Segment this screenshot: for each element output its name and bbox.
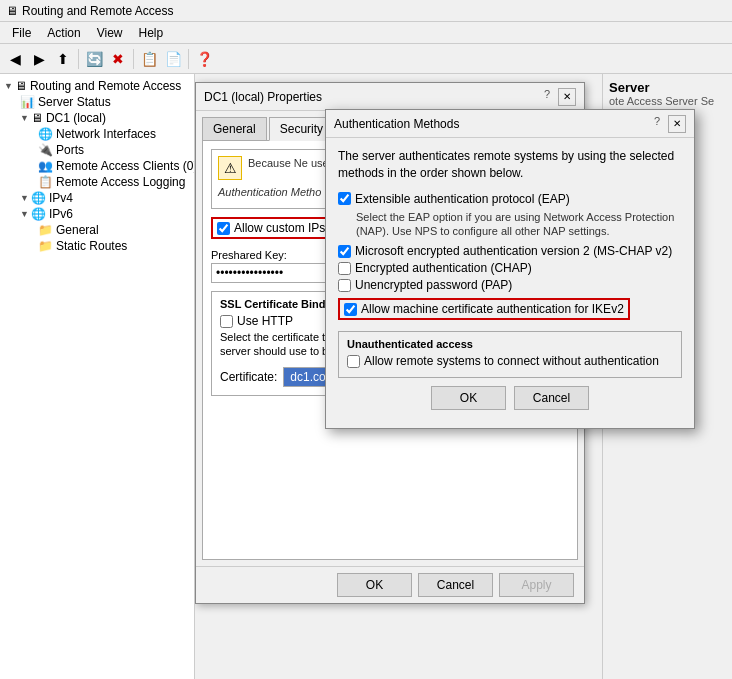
mschap-row: Microsoft encrypted authentication versi… [338,244,682,258]
server-subtitle: ote Access Server Se [609,95,726,107]
dc1-bottom-buttons: OK Cancel Apply [196,566,584,603]
eap-row: Extensible authentication protocol (EAP) [338,192,682,206]
tree-server-status[interactable]: 📊 Server Status [0,94,194,110]
auth-methods-dialog: Authentication Methods ? ✕ The server au… [325,109,695,429]
dc1-ok-btn[interactable]: OK [337,573,412,597]
main-layout: ▼ 🖥 Routing and Remote Access 📊 Server S… [0,74,732,679]
menu-action[interactable]: Action [39,24,88,42]
tree-root-label: Routing and Remote Access [30,79,181,93]
eap-sub-text: Select the EAP option if you are using N… [356,210,682,239]
tree-ipv4[interactable]: ▼ 🌐 IPv4 [0,190,194,206]
pap-label: Unencrypted password (PAP) [355,278,512,292]
eap-checkbox[interactable] [338,192,351,205]
tree-root[interactable]: ▼ 🖥 Routing and Remote Access [0,78,194,94]
tree-ra-clients[interactable]: 👥 Remote Access Clients (0) [0,158,194,174]
tree-ipv6-label: IPv6 [49,207,73,221]
auth-dialog-help-icon: ? [654,115,660,133]
title-bar: 🖥 Routing and Remote Access [0,0,732,22]
ipv6-icon: 🌐 [31,207,46,221]
menu-file[interactable]: File [4,24,39,42]
dc1-dialog-close[interactable]: ✕ [558,88,576,106]
ra-clients-label: Remote Access Clients (0) [56,159,195,173]
dc1-dialog-titlebar: DC1 (local) Properties ? ✕ [196,83,584,111]
server-title: Server [609,80,726,95]
dc1-label: DC1 (local) [46,111,106,125]
unauth-checkbox[interactable] [347,355,360,368]
unauth-label: Allow remote systems to connect without … [364,354,659,368]
eap-label: Extensible authentication protocol (EAP) [355,192,570,206]
auth-dialog-title: Authentication Methods [334,117,459,131]
ipv4-icon: 🌐 [31,191,46,205]
toolbar: ◀ ▶ ⬆ 🔄 ✖ 📋 📄 ❓ [0,44,732,74]
chap-label: Encrypted authentication (CHAP) [355,261,532,275]
auth-dialog-content: The server authenticates remote systems … [326,138,694,428]
toolbar-forward[interactable]: ▶ [28,48,50,70]
mschap-checkbox[interactable] [338,245,351,258]
chap-row: Encrypted authentication (CHAP) [338,261,682,275]
tree-ra-logging[interactable]: 📋 Remote Access Logging [0,174,194,190]
toolbar-new[interactable]: 📄 [162,48,184,70]
use-http-checkbox[interactable] [220,315,233,328]
net-if-label: Network Interfaces [56,127,156,141]
dc1-icon: 🖥 [31,111,43,125]
chap-checkbox[interactable] [338,262,351,275]
pap-checkbox[interactable] [338,279,351,292]
general-icon: 📁 [38,223,53,237]
auth-dialog-titlebar: Authentication Methods ? ✕ [326,110,694,138]
menu-view[interactable]: View [89,24,131,42]
cert-label: Certificate: [220,370,277,384]
ra-clients-icon: 👥 [38,159,53,173]
net-if-icon: 🌐 [38,127,53,141]
menu-bar: File Action View Help [0,22,732,44]
unauth-title: Unauthenticated access [347,338,673,350]
app-icon: 🖥 [6,4,18,18]
server-status-label: Server Status [38,95,111,109]
tree-root-icon: 🖥 [15,79,27,93]
unauthenticated-group: Unauthenticated access Allow remote syst… [338,331,682,378]
ports-label: Ports [56,143,84,157]
toolbar-properties[interactable]: 📋 [138,48,160,70]
ra-logging-icon: 📋 [38,175,53,189]
dc1-dialog-help: ? [544,88,550,106]
ports-icon: 🔌 [38,143,53,157]
toolbar-stop[interactable]: ✖ [107,48,129,70]
toolbar-refresh[interactable]: 🔄 [83,48,105,70]
ipv4-label: IPv4 [49,191,73,205]
ikev2-row: Allow machine certificate authentication… [338,298,630,320]
tree-static-routes[interactable]: 📁 Static Routes [0,238,194,254]
static-routes-icon: 📁 [38,239,53,253]
tree-panel[interactable]: ▼ 🖥 Routing and Remote Access 📊 Server S… [0,74,195,679]
ikev2-label: Allow machine certificate authentication… [361,302,624,316]
auth-ok-btn[interactable]: OK [431,386,506,410]
allow-custom-ipsec-checkbox[interactable] [217,222,230,235]
use-http-label: Use HTTP [237,314,293,328]
general-label: General [56,223,99,237]
app-title: Routing and Remote Access [22,4,173,18]
tree-network-interfaces[interactable]: 🌐 Network Interfaces [0,126,194,142]
warning-icon: ⚠ [218,156,242,180]
tab-general[interactable]: General [202,117,267,140]
toolbar-back[interactable]: ◀ [4,48,26,70]
ikev2-checkbox[interactable] [344,303,357,316]
tree-ipv6[interactable]: ▼ 🌐 IPv6 [0,206,194,222]
right-panel: Server ote Access Server Se DC1 (local) … [195,74,732,679]
dc1-cancel-btn[interactable]: Cancel [418,573,493,597]
menu-help[interactable]: Help [131,24,172,42]
mschap-label: Microsoft encrypted authentication versi… [355,244,672,258]
toolbar-up[interactable]: ⬆ [52,48,74,70]
auth-cancel-btn[interactable]: Cancel [514,386,589,410]
static-routes-label: Static Routes [56,239,127,253]
tree-ports[interactable]: 🔌 Ports [0,142,194,158]
server-status-icon: 📊 [20,95,35,109]
ra-logging-label: Remote Access Logging [56,175,185,189]
auth-desc: The server authenticates remote systems … [338,148,682,182]
dc1-apply-btn[interactable]: Apply [499,573,574,597]
tree-general[interactable]: 📁 General [0,222,194,238]
toolbar-help[interactable]: ❓ [193,48,215,70]
dc1-dialog-title: DC1 (local) Properties [204,90,322,104]
tree-dc1[interactable]: ▼ 🖥 DC1 (local) [0,110,194,126]
auth-dialog-close[interactable]: ✕ [668,115,686,133]
auth-dialog-buttons: OK Cancel [338,378,682,418]
pap-row: Unencrypted password (PAP) [338,278,682,292]
